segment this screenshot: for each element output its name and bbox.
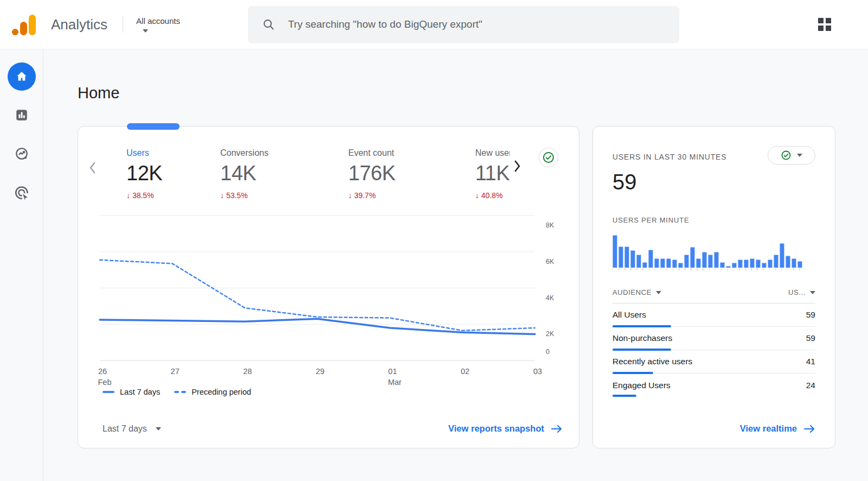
view-realtime-link[interactable]: View realtime	[740, 423, 815, 434]
topbar: Analytics All accounts	[0, 0, 868, 49]
metric-delta: ↓ 40.8%	[475, 191, 510, 200]
metric-tab-users[interactable]: Users12K↓ 38.5%	[126, 148, 220, 200]
minute-bar	[612, 235, 617, 268]
chevron-down-icon	[797, 154, 802, 157]
svg-text:26: 26	[98, 367, 107, 376]
metrics-next-button[interactable]	[512, 159, 522, 173]
audience-name: Recently active users	[612, 357, 692, 366]
audience-row: Non-purchasers59	[612, 327, 815, 350]
series-solid	[100, 319, 535, 334]
home-icon	[15, 69, 29, 84]
minute-bar	[648, 250, 653, 268]
date-range-label: Last 7 days	[103, 424, 147, 434]
audience-name: Non-purchasers	[612, 333, 672, 343]
audience-row: Recently active users41	[612, 350, 815, 374]
audience-users: 59	[806, 310, 815, 320]
audience-users: 41	[806, 357, 815, 366]
realtime-status-button[interactable]	[768, 146, 815, 164]
minute-bar	[714, 252, 719, 268]
users-per-minute-chart	[612, 235, 805, 268]
minute-bar	[684, 255, 689, 268]
card-carousel-indicator[interactable]	[127, 123, 180, 130]
minute-bar	[708, 255, 713, 268]
users-column-header[interactable]: US...	[788, 288, 815, 296]
svg-text:4K: 4K	[546, 294, 554, 302]
sidebar-item-reports[interactable]	[15, 108, 29, 122]
account-switcher-label: All accounts	[136, 16, 180, 26]
users-per-minute-title: USERS PER MINUTE	[612, 216, 815, 224]
date-range-selector[interactable]: Last 7 days	[103, 424, 161, 434]
metric-delta: ↓ 53.5%	[220, 191, 348, 200]
svg-text:29: 29	[316, 367, 324, 376]
arrow-right-icon	[551, 424, 563, 434]
view-reports-snapshot-label: View reports snapshot	[448, 423, 544, 434]
arrow-right-icon	[803, 424, 815, 434]
metric-delta: ↓ 38.5%	[126, 191, 220, 200]
minute-bar	[678, 263, 683, 268]
svg-text:6K: 6K	[546, 258, 554, 265]
page-title: Home	[78, 84, 852, 102]
audience-column-header[interactable]: AUDIENCE	[612, 288, 661, 296]
minute-bar	[642, 262, 647, 268]
minute-bar	[792, 258, 796, 268]
metric-value: 12K	[126, 162, 220, 185]
users-last-30-min-value: 59	[612, 170, 815, 194]
audience-name: Engaged Users	[612, 381, 671, 390]
sidebar-item-advertising[interactable]	[14, 185, 30, 201]
legend-item-solid: Last 7 days	[103, 388, 160, 396]
metric-tab-event-count[interactable]: Event count176K↓ 39.7%	[348, 148, 475, 200]
sidebar	[0, 49, 43, 481]
svg-text:2K: 2K	[546, 330, 554, 338]
minute-bar	[618, 246, 623, 268]
search-icon	[262, 18, 275, 31]
solid-line-swatch	[103, 391, 114, 393]
metric-label: Event count	[348, 148, 475, 158]
overview-metrics-card: Users12K↓ 38.5%Conversions14K↓ 53.5%Even…	[78, 126, 579, 448]
metric-tab-conversions[interactable]: Conversions14K↓ 53.5%	[220, 148, 348, 200]
audience-users: 59	[806, 333, 815, 343]
minute-bar	[732, 263, 737, 268]
metrics-prev-button[interactable]	[88, 161, 98, 175]
minute-bar	[636, 255, 641, 268]
audience-column-label: AUDIENCE	[612, 288, 652, 296]
minute-bar	[720, 262, 725, 268]
minute-bar	[672, 260, 677, 268]
minute-bar	[786, 256, 790, 268]
sort-caret-icon	[810, 291, 815, 294]
sidebar-item-explore[interactable]	[14, 146, 29, 161]
minute-bar	[660, 258, 665, 268]
svg-text:01: 01	[388, 367, 397, 376]
apps-grid-icon[interactable]	[818, 18, 831, 31]
search-bar[interactable]	[248, 6, 679, 43]
minute-bar	[756, 260, 761, 268]
minute-bar	[774, 255, 778, 268]
svg-text:8K: 8K	[546, 221, 554, 229]
sidebar-item-home[interactable]	[8, 62, 36, 91]
svg-text:Mar: Mar	[388, 378, 401, 387]
audience-table: All Users59Non-purchasers59Recently acti…	[612, 303, 815, 397]
realtime-card: USERS IN LAST 30 MINUTES 59 USERS PER MI…	[592, 126, 835, 448]
minute-bar	[666, 258, 671, 268]
chevron-down-icon	[156, 427, 161, 431]
metric-tab-new-users[interactable]: New users11K↓ 40.8%	[475, 148, 510, 200]
search-input[interactable]	[287, 18, 665, 31]
minute-bar	[690, 247, 695, 268]
minute-bar	[738, 260, 743, 268]
legend-item-dashed: Preceding period	[174, 388, 251, 396]
legend-label: Last 7 days	[120, 388, 160, 396]
explore-icon	[14, 146, 29, 161]
audience-users: 24	[806, 381, 815, 390]
view-reports-snapshot-link[interactable]: View reports snapshot	[448, 423, 563, 434]
minute-bar	[630, 250, 635, 268]
svg-text:03: 03	[533, 367, 542, 376]
minute-bar	[797, 261, 802, 268]
main-content: Home Users12K↓ 38.5%Conversions14K↓ 53.5…	[43, 49, 868, 481]
minute-bar	[696, 258, 701, 268]
data-quality-button[interactable]	[539, 148, 558, 167]
metric-label: New users	[475, 148, 510, 158]
users-column-label: US...	[788, 288, 806, 296]
metric-value: 14K	[220, 162, 348, 185]
advertising-icon	[14, 185, 30, 201]
account-switcher[interactable]: All accounts	[136, 16, 180, 33]
bar-chart-icon	[15, 108, 29, 122]
